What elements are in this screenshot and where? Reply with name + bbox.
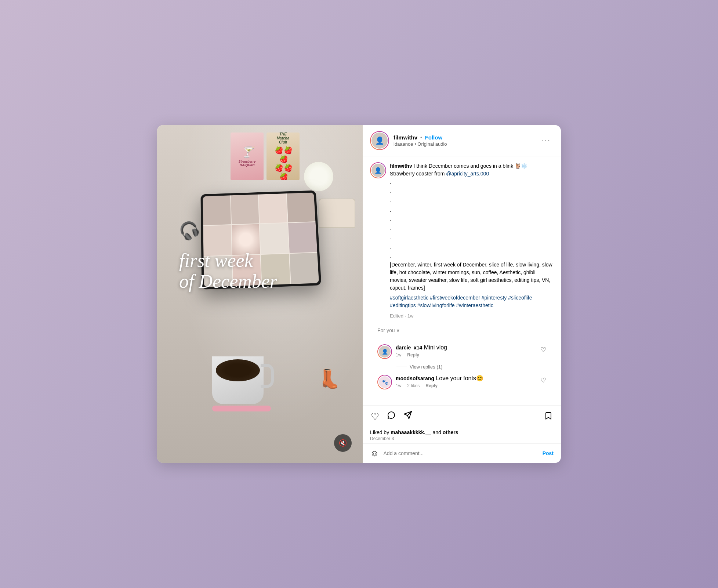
comment-avatar-1: 👤 <box>378 345 391 358</box>
follow-button[interactable]: Follow <box>425 134 443 141</box>
header-dot: • <box>420 135 422 140</box>
liked-by-prefix: Liked by <box>370 429 391 435</box>
share-button[interactable] <box>403 410 414 424</box>
basket-decoration <box>319 199 355 228</box>
mute-icon: 🔇 <box>339 439 347 447</box>
video-panel: 🍸 StrawberryDAIQUIRI THEMatchaClub 🍓🍓🍓🍓🍓… <box>157 125 363 463</box>
post-comment-button[interactable]: Post <box>543 450 554 456</box>
caption-row: 👤 filmwithv I think December comes and g… <box>370 162 554 319</box>
comment-item: 👤 darcie_x14 Mini vlog 1w Reply ♡ <box>370 341 554 362</box>
post-sub-info: idaaanoe • Original audio <box>394 141 539 147</box>
caption-text1: I think December comes and goes in a bli… <box>414 163 527 169</box>
poster-text-1: StrawberryDAIQUIRI <box>238 160 255 167</box>
tablet-grid-cell <box>204 255 232 287</box>
wall-posters: 🍸 StrawberryDAIQUIRI THEMatchaClub 🍓🍓🍓🍓🍓… <box>231 133 300 180</box>
comment-time-2: 1w <box>396 383 401 388</box>
comment-username-2[interactable]: moodsofsarang <box>396 375 434 381</box>
bookmark-button[interactable] <box>543 411 554 423</box>
header-text-block: filmwithv • Follow idaaanoe • Original a… <box>394 134 539 147</box>
emoji-button[interactable]: ☺ <box>370 448 379 458</box>
caption-mention[interactable]: @apricity_arts.000 <box>446 171 489 177</box>
comment-text-content-1: Mini vlog <box>424 344 447 351</box>
caption-edited: Edited · 1w <box>390 312 554 320</box>
audio-label: Original audio <box>417 141 447 147</box>
view-replies-text[interactable]: View replies (1) <box>410 364 442 370</box>
sub-dot: • <box>414 141 416 147</box>
caption-dots: ......... <box>390 178 554 261</box>
chevron-down-icon: ∨ <box>396 327 400 333</box>
comment-body-2: moodsofsarang Love your fonts😊 1w 2 like… <box>396 375 546 388</box>
comment-avatar-ring-1: 👤 <box>377 344 392 359</box>
comment-meta-2: 1w 2 likes Reply <box>396 383 546 388</box>
caption-username[interactable]: filmwithv <box>390 163 412 169</box>
post-username[interactable]: filmwithv <box>394 134 417 141</box>
tablet-grid-cell <box>287 193 316 223</box>
post-details-panel: 👤 filmwithv • Follow idaaanoe • Original… <box>363 125 561 463</box>
for-you-label[interactable]: For you ∨ <box>377 327 546 333</box>
comment-avatar-2: 🐾 <box>378 375 391 389</box>
user-avatar: 👤 <box>371 132 388 149</box>
liked-by: Liked by mahaaakkkkk.__ and others Decem… <box>363 428 561 443</box>
caption-avatar-ring: 👤 <box>370 162 386 178</box>
tablet-grid-cell <box>232 224 260 255</box>
mute-button[interactable]: 🔇 <box>334 434 352 452</box>
comment-item-2: 🐾 moodsofsarang Love your fonts😊 1w 2 li… <box>370 372 554 392</box>
caption-hashtag-text: [December, winter, first week of Decembe… <box>390 262 552 291</box>
username-row: filmwithv • Follow <box>394 134 539 141</box>
action-bar: ♡ <box>363 405 561 428</box>
caption-area: 👤 filmwithv I think December comes and g… <box>363 156 561 405</box>
comment-reply-btn-2[interactable]: Reply <box>425 383 438 388</box>
liked-by-others[interactable]: others <box>443 429 458 435</box>
liked-by-text: Liked by mahaaakkkkk.__ and others <box>370 429 554 435</box>
like-button[interactable]: ♡ <box>370 410 380 423</box>
for-you-text: For you <box>377 327 395 333</box>
mug-coaster <box>212 406 271 411</box>
tablet-screen <box>203 193 319 287</box>
replies-line <box>396 367 407 367</box>
view-replies[interactable]: View replies (1) <box>370 362 554 372</box>
comment-text-2: Love your fonts😊 <box>436 375 483 381</box>
caption-hashtags[interactable]: #softgirlaesthetic #firstweekofdecember … <box>390 294 554 309</box>
tablet-grid-cell <box>260 223 289 254</box>
comment-username-1[interactable]: darcie_x14 <box>396 345 422 351</box>
user-avatar-ring: 👤 <box>370 131 389 150</box>
tablet-grid-cell <box>203 195 231 225</box>
caption-body: filmwithv I think December comes and goe… <box>390 162 554 319</box>
poster-matcha: THEMatchaClub 🍓🍓🍓🍓🍓🍓 <box>266 133 300 180</box>
coffee-mug <box>212 356 264 404</box>
comment-button[interactable] <box>386 410 397 424</box>
comment-heart-button-2[interactable]: ♡ <box>540 376 546 384</box>
comment-likes-2: 2 likes <box>407 383 420 388</box>
cocktail-icon: 🍸 <box>241 146 254 158</box>
tablet-grid-cell <box>259 193 287 224</box>
tablet-grid-cell <box>288 222 318 253</box>
add-comment-bar: ☺ Post <box>363 443 561 463</box>
post-date: December 3 <box>370 436 554 441</box>
tablet-grid-cell <box>203 225 231 256</box>
tablet-grid-cell <box>261 254 290 285</box>
more-options-button[interactable]: ··· <box>539 134 554 147</box>
tablet-device <box>200 190 321 290</box>
liked-by-suffix: and <box>431 429 443 435</box>
poster-text-2: THEMatchaClub <box>277 133 289 144</box>
comment-avatar-ring-2: 🐾 <box>377 375 392 389</box>
strawberry-icon: 🍓🍓🍓🍓🍓🍓 <box>269 146 297 181</box>
lamp-decoration <box>304 162 333 191</box>
tablet-grid-cell <box>289 253 319 284</box>
boots-decoration: 👢 <box>318 368 341 389</box>
comment-input[interactable] <box>384 450 538 456</box>
instagram-post-card: 🍸 StrawberryDAIQUIRI THEMatchaClub 🍓🍓🍓🍓🍓… <box>157 125 561 463</box>
tablet-grid-cell <box>231 195 259 225</box>
comment-meta-1: 1w Reply <box>396 352 546 357</box>
comment-body-1: darcie_x14 Mini vlog 1w Reply <box>396 344 546 357</box>
poster-strawberry-daiquiri: 🍸 StrawberryDAIQUIRI <box>231 133 264 180</box>
comment-reply-btn-1[interactable]: Reply <box>407 352 419 357</box>
liked-by-user[interactable]: mahaaakkkkk.__ <box>391 429 431 435</box>
for-you-section: For you ∨ <box>370 324 554 341</box>
comment-heart-button-1[interactable]: ♡ <box>540 346 546 354</box>
coffee-mug-area <box>212 356 271 411</box>
tablet-grid-cell <box>232 255 261 286</box>
coffee-liquid <box>216 359 260 381</box>
post-header: 👤 filmwithv • Follow idaaanoe • Original… <box>363 125 561 156</box>
caption-avatar: 👤 <box>371 163 385 178</box>
